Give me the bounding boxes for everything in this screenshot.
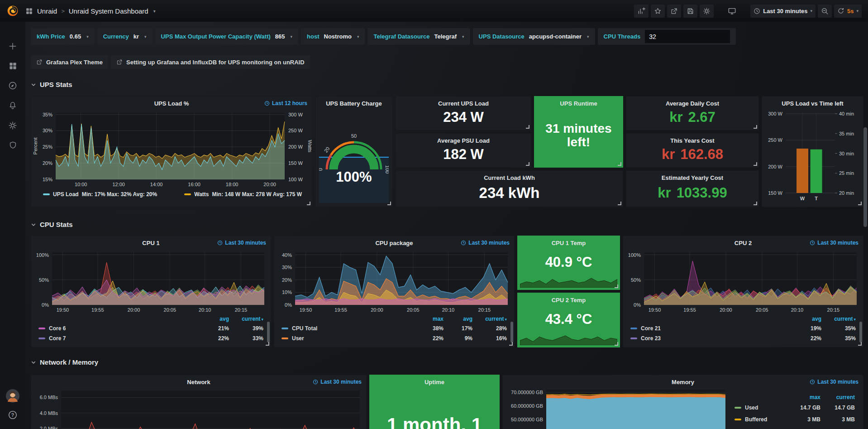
legend-sort-max[interactable]: max: [415, 316, 444, 322]
legend-row[interactable]: Core 23 22%35%: [630, 333, 856, 343]
section-ups-stats[interactable]: UPS Stats: [31, 81, 72, 88]
svg-text:50%: 50%: [631, 277, 641, 283]
ups-load-chart[interactable]: 15%20%25%30%35%100 W150 W200 W250 W300 W…: [31, 108, 312, 188]
legend-row[interactable]: Core 7 22%33%: [38, 333, 263, 343]
dashboards-icon[interactable]: [9, 62, 17, 70]
save-dashboard-button[interactable]: [683, 5, 697, 18]
legend-row[interactable]: Core 6 21%39%: [38, 323, 263, 333]
caret-down-icon: ▾: [462, 34, 464, 39]
time-range-picker[interactable]: Last 30 minutes ▾: [750, 5, 816, 18]
section-title: CPU Stats: [40, 221, 73, 228]
panel-current-load-kwh[interactable]: Current Load kWh 234 kWh: [396, 170, 623, 207]
ups-bar-chart[interactable]: 150 W200 W250 W300 W20 min25 min30 min35…: [762, 108, 863, 204]
panel-time-link[interactable]: Last 30 minutes: [217, 240, 266, 246]
panel-time-link[interactable]: Last 30 minutes: [461, 240, 510, 246]
variable-currency[interactable]: Currency kr ▾: [97, 28, 153, 45]
user-avatar[interactable]: [6, 389, 19, 403]
cpu-package-chart[interactable]: 0%10%20%30%40%19:5019:5520:0020:0520:102…: [274, 248, 514, 315]
dashboard-settings-button[interactable]: [700, 5, 714, 18]
stat-value: 1033.99: [677, 185, 727, 201]
legend-sort-avg[interactable]: avg: [200, 316, 229, 322]
svg-text:12:00: 12:00: [112, 182, 125, 187]
panel-average-psu-load[interactable]: Average PSU Load 182 W: [396, 133, 531, 168]
configuration-gear-icon[interactable]: [8, 121, 17, 130]
legend-row[interactable]: Buffered 3 MB3 MB: [734, 414, 855, 425]
cpu-threads-input[interactable]: [645, 30, 730, 43]
legend-row[interactable]: Used 14.7 GB14.7 GB: [734, 402, 855, 414]
network-memory-row: Network Last 30 minutes 2.0 MBs4.0 MBs6.…: [31, 375, 863, 429]
legend-item-ups-load[interactable]: UPS Load Min: 17% Max: 32% Avg: 20%: [43, 191, 157, 198]
legend-scrollbar[interactable]: [510, 322, 513, 342]
panel-cpu2-temp[interactable]: CPU 2 Temp 43.4 °C: [517, 293, 620, 347]
zoom-out-time-button[interactable]: [818, 5, 832, 18]
panel-time-link[interactable]: Last 30 minutes: [810, 240, 858, 246]
variable-ups-max-output[interactable]: UPS Max Output Power Capacity (Watt) 865…: [155, 28, 298, 45]
stat-value: 234 W: [443, 108, 484, 130]
panel-average-daily-cost[interactable]: Average Daily Cost kr 2.67: [626, 96, 759, 130]
memory-chart[interactable]: 50.000000 GB60.000000 GB70.000000 GB: [503, 387, 732, 429]
panel-title[interactable]: Memory: [503, 375, 863, 387]
explore-compass-icon[interactable]: [8, 81, 17, 90]
network-chart[interactable]: 2.0 MBs4.0 MBs6.0 MBs: [31, 387, 366, 429]
refresh-button[interactable]: 5s ▾: [834, 5, 862, 18]
svg-text:10:00: 10:00: [75, 182, 87, 187]
breadcrumb-page-title[interactable]: Unraid System Dashboard: [69, 7, 148, 15]
legend-sort-current[interactable]: current: [229, 316, 263, 322]
panel-memory: Memory Last 30 minutes 50.000000 GB60.00…: [502, 375, 863, 429]
external-link-icon: [116, 59, 123, 65]
panel-current-ups-load[interactable]: Current UPS Load 234 W: [396, 96, 531, 130]
legend-item-watts[interactable]: Watts Min: 148 W Max: 278 W Avg: 175 W: [184, 191, 302, 198]
panel-title[interactable]: UPS Battery Charge: [315, 96, 392, 108]
breadcrumb-app[interactable]: Unraid: [37, 7, 57, 15]
cpu2-chart[interactable]: 0%50%100%19:5019:5520:0020:0520:1020:15: [623, 248, 863, 315]
add-panel-button[interactable]: [634, 5, 649, 18]
help-icon[interactable]: ?: [8, 410, 18, 420]
page-scrollbar[interactable]: [863, 127, 867, 227]
variable-kwh-price[interactable]: kWh Price 0.65 ▾: [31, 28, 95, 45]
dashboard-title-caret-icon[interactable]: ▾: [153, 9, 156, 14]
legend-scrollbar[interactable]: [267, 322, 270, 342]
share-dashboard-button[interactable]: [667, 5, 681, 18]
apps-grid-icon[interactable]: [25, 7, 33, 15]
panel-this-years-cost[interactable]: This Years Cost kr 162.68: [626, 133, 759, 168]
star-dashboard-button[interactable]: [651, 5, 665, 18]
clock-icon: [754, 8, 760, 14]
variable-ups-datasource[interactable]: UPS Datasource apcupsd-container ▾: [473, 28, 595, 45]
legend-sort-current[interactable]: current: [472, 316, 507, 322]
link-grafana-plex-theme[interactable]: Grafana Plex Theme: [31, 55, 108, 69]
cpu2-legend: avgcurrent Core 21 19%35% Core 23 22%35%: [630, 314, 856, 343]
panel-time-link[interactable]: Last 12 hours: [264, 100, 307, 106]
variable-telegraf-datasource[interactable]: Telegraf Datasource Telegraf ▾: [367, 28, 470, 45]
cycle-view-mode-button[interactable]: [725, 5, 739, 18]
panel-cpu1-temp[interactable]: CPU 1 Temp 40.9 °C: [517, 236, 620, 290]
section-network-memory[interactable]: Network / Memory: [31, 358, 98, 366]
legend-sort-avg[interactable]: avg: [444, 316, 472, 322]
legend-scrollbar[interactable]: [859, 322, 862, 342]
panel-ups-runtime[interactable]: UPS Runtime 31 minutes left!: [534, 96, 623, 168]
cpu1-chart[interactable]: 0%50%100%19:5019:5520:0020:0520:1020:15: [31, 248, 271, 315]
battery-gauge[interactable]: 02050100100%: [319, 109, 389, 203]
svg-text:100 W: 100 W: [288, 177, 303, 182]
legend-row[interactable]: Core 21 19%35%: [630, 323, 856, 333]
grafana-logo[interactable]: [0, 4, 25, 18]
panel-time-link[interactable]: Last 30 minutes: [810, 379, 858, 385]
legend-sort-avg[interactable]: avg: [792, 316, 821, 322]
legend-row[interactable]: User 22%9%16%: [281, 333, 507, 343]
panel-estimated-yearly-cost[interactable]: Estimated Yearly Cost kr 1033.99: [626, 170, 759, 207]
legend-sort-max[interactable]: max: [786, 394, 820, 400]
section-title: Network / Memory: [40, 358, 98, 366]
legend-row[interactable]: CPU Total 38%17%28%: [281, 323, 507, 333]
variable-host[interactable]: host Nostromo ▾: [301, 28, 365, 45]
panel-title[interactable]: UPS Load vs Time left: [762, 96, 863, 108]
panel-time-link[interactable]: Last 30 minutes: [313, 379, 362, 385]
link-ups-monitoring-guide[interactable]: Setting up Grafana and InfluxDB for UPS …: [111, 55, 310, 69]
legend-sort-current[interactable]: current: [820, 394, 855, 400]
alerting-bell-icon[interactable]: [8, 101, 17, 110]
section-cpu-stats[interactable]: CPU Stats: [31, 221, 73, 228]
panel-uptime[interactable]: Uptime 1 month, 1: [369, 375, 500, 429]
create-plus-icon[interactable]: [8, 42, 17, 51]
legend-sort-current[interactable]: current: [821, 316, 856, 322]
server-admin-shield-icon[interactable]: [9, 141, 17, 149]
svg-text:250 W: 250 W: [288, 128, 303, 133]
cpu1-legend: avgcurrent Core 6 21%39% Core 7 22%33%: [38, 314, 263, 343]
